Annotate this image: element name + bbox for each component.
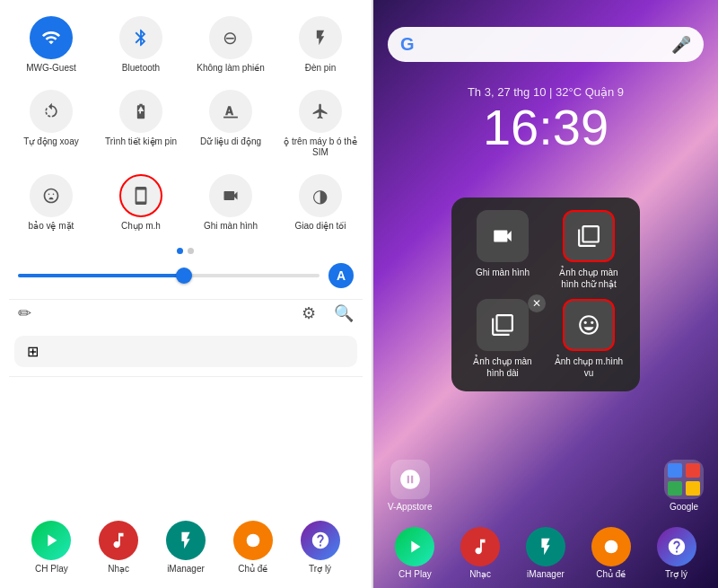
right-imanager-label: iManager — [527, 569, 565, 579]
face-unlock-icon — [30, 174, 73, 217]
left-panel: MWG-Guest Bluetooth ⊖ Không làm phiền Đè… — [0, 0, 372, 588]
tile-screenshot[interactable]: Chụp m.h — [99, 167, 183, 235]
popup-record[interactable]: Ghi màn hình — [464, 210, 541, 290]
record-icon-box — [477, 210, 529, 262]
tile-screen-record-label: Ghi màn hình — [204, 221, 258, 232]
google-search-bar[interactable]: G 🎤 — [388, 27, 704, 62]
imanager-label: iManager — [167, 564, 205, 574]
tile-rotate-label: Tự động xoay — [23, 136, 78, 147]
v-appstore-area[interactable]: V-Appstore — [388, 460, 432, 512]
right-imanager-icon — [526, 527, 565, 566]
tile-wifi-label: MWG-Guest — [26, 63, 76, 74]
mobile-data-icon — [209, 90, 252, 133]
right-dock-assistant[interactable]: Trợ lý — [657, 527, 696, 579]
assistant-label: Trợ lý — [309, 564, 331, 574]
popup-long-label: Ảnh chụp màn hình dài — [464, 355, 541, 379]
right-app-dock: CH Play Nhạc iManager Chủ đề Trợ lý — [373, 527, 718, 579]
chplay-label: CH Play — [35, 564, 68, 574]
app-search-bar[interactable]: ⊞ — [14, 336, 357, 367]
tile-mobile-data[interactable]: Dữ liệu di động — [188, 83, 273, 162]
bottom-bar: ✏ ⚙ 🔍 — [9, 299, 363, 327]
right-dock-theme[interactable]: Chủ đề — [591, 527, 631, 579]
brightness-thumb — [176, 268, 192, 284]
right-chplay-icon — [395, 527, 434, 566]
tile-battery-saver[interactable]: Trình tiết kiệm pin — [99, 83, 183, 162]
time-text: 16:39 — [373, 102, 718, 153]
tile-dnd[interactable]: ⊖ Không làm phiền — [188, 9, 273, 77]
imanager-icon — [166, 521, 206, 560]
search-icon[interactable]: 🔍 — [334, 303, 354, 323]
brightness-row: A — [9, 259, 363, 292]
dock-app-music[interactable]: Nhạc — [99, 521, 138, 574]
v-appstore-icon — [390, 460, 430, 499]
svg-point-1 — [604, 540, 617, 554]
popup-rect-screenshot[interactable]: Ảnh chụp màn hình chữ nhật — [550, 210, 627, 290]
dnd-icon: ⊖ — [209, 16, 252, 59]
popup-funny-label: Ảnh chụp m.hình vu — [550, 355, 627, 379]
theme-icon — [233, 521, 273, 560]
tile-face-label: bảo vệ mặt — [29, 221, 74, 232]
divider — [9, 376, 363, 377]
dark-mode-icon: ◑ — [299, 174, 342, 217]
funny-screenshot-icon-box — [563, 299, 615, 351]
mic-icon[interactable]: 🎤 — [671, 35, 691, 55]
rotate-icon — [30, 90, 73, 133]
screenshot-icon — [119, 174, 162, 217]
tile-sim[interactable]: ộ trên máy b ó thẻ SIM — [278, 83, 363, 162]
dock-app-imanager[interactable]: iManager — [166, 521, 206, 574]
popup-funny-screenshot[interactable]: Ảnh chụp m.hình vu — [550, 299, 627, 379]
popup-record-label: Ghi màn hình — [476, 267, 530, 278]
right-assistant-label: Trợ lý — [665, 569, 687, 579]
right-dock-music[interactable]: Nhạc — [460, 527, 500, 579]
tile-dark-mode[interactable]: ◑ Giao diện tối — [278, 167, 363, 235]
right-theme-icon — [591, 527, 631, 566]
right-music-label: Nhạc — [469, 569, 491, 579]
settings-icon[interactable]: ⚙ — [302, 303, 316, 323]
assistant-icon — [301, 521, 340, 560]
popup-long-screenshot[interactable]: ✕ Ảnh chụp màn hình dài — [464, 299, 541, 379]
brightness-slider[interactable] — [18, 274, 320, 277]
tile-face[interactable]: bảo vệ mặt — [9, 167, 93, 235]
tile-flashlight-label: Đèn pin — [305, 63, 336, 74]
clock-area: Th 3, 27 thg 10 | 32°C Quận 9 16:39 — [373, 85, 718, 153]
dot-1 — [177, 248, 183, 254]
tile-wifi[interactable]: MWG-Guest — [9, 9, 93, 77]
bluetooth-icon — [119, 16, 162, 59]
google-logo: G — [400, 34, 415, 55]
google-apps-icon — [664, 460, 704, 499]
dot-2 — [188, 248, 194, 254]
popup-rect-label: Ảnh chụp màn hình chữ nhật — [550, 267, 627, 290]
right-music-icon — [460, 527, 500, 566]
right-dock-chplay[interactable]: CH Play — [395, 527, 434, 579]
google-area[interactable]: Google — [664, 460, 704, 512]
user-avatar: A — [328, 263, 354, 288]
tile-rotate[interactable]: Tự động xoay — [9, 83, 93, 162]
multitask-icon: ⊞ — [27, 343, 39, 360]
tile-bluetooth-label: Bluetooth — [122, 63, 160, 74]
app-dock-left: CH Play Nhạc iManager Chủ đề Trợ lý — [9, 512, 363, 579]
tile-screen-record[interactable]: Ghi màn hình — [188, 167, 273, 235]
right-dock-imanager[interactable]: iManager — [526, 527, 565, 579]
page-dots — [9, 248, 363, 254]
dock-app-assistant[interactable]: Trợ lý — [301, 521, 340, 574]
tile-mobile-data-label: Dữ liệu di động — [200, 136, 261, 147]
tile-flashlight[interactable]: Đèn pin — [278, 9, 363, 77]
brightness-fill — [18, 274, 184, 277]
tile-bluetooth[interactable]: Bluetooth — [99, 9, 183, 77]
quick-tiles: MWG-Guest Bluetooth ⊖ Không làm phiền Đè… — [9, 9, 363, 235]
theme-label: Chủ đề — [238, 564, 267, 574]
tile-screenshot-label: Chụp m.h — [121, 221, 161, 232]
wifi-icon — [30, 16, 73, 59]
tile-sim-label: ộ trên máy b ó thẻ SIM — [282, 136, 359, 158]
screenshot-popup: Ghi màn hình Ảnh chụp màn hình chữ nhật … — [451, 197, 640, 391]
tile-dnd-label: Không làm phiền — [197, 63, 265, 74]
right-assistant-icon — [657, 527, 696, 566]
edit-icon[interactable]: ✏ — [18, 303, 31, 323]
dock-app-chplay[interactable]: CH Play — [31, 521, 71, 574]
close-button[interactable]: ✕ — [528, 294, 546, 312]
dock-app-theme[interactable]: Chủ đề — [233, 521, 273, 574]
chplay-icon — [31, 521, 71, 560]
right-panel: G 🎤 Th 3, 27 thg 10 | 32°C Quận 9 16:39 … — [373, 0, 718, 588]
right-chplay-label: CH Play — [398, 569, 432, 579]
date-text: Th 3, 27 thg 10 | 32°C Quận 9 — [373, 85, 718, 99]
